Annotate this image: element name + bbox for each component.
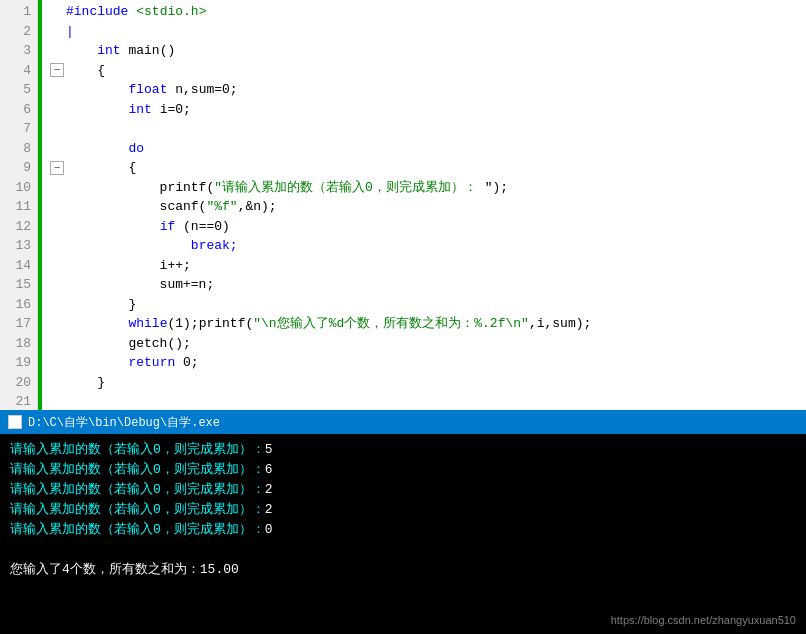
code-line-9: − { <box>50 158 798 178</box>
code-line-2: | <box>50 22 798 42</box>
line-numbers: 1 2 3 4 5 6 7 8 9 10 11 12 13 14 15 16 1… <box>0 0 38 410</box>
code-line-4: − { <box>50 61 798 81</box>
code-line-6: int i=0; <box>50 100 798 120</box>
code-line-14: i++; <box>50 256 798 276</box>
editor: 1 2 3 4 5 6 7 8 9 10 11 12 13 14 15 16 1… <box>0 0 806 410</box>
code-line-20: } <box>50 373 798 393</box>
watermark: https://blog.csdn.net/zhangyuxuan510 <box>611 610 796 630</box>
code-line-18: getch(); <box>50 334 798 354</box>
code-line-19: return 0; <box>50 353 798 373</box>
fold-marker-9[interactable]: − <box>50 161 64 175</box>
terminal-line-1: 请输入累加的数（若输入0，则完成累加）：5 <box>10 440 796 460</box>
fold-marker-4[interactable]: − <box>50 63 64 77</box>
terminal-line-3: 请输入累加的数（若输入0，则完成累加）：2 <box>10 480 796 500</box>
terminal-icon <box>8 415 22 429</box>
code-line-16: } <box>50 295 798 315</box>
code-line-15: sum+=n; <box>50 275 798 295</box>
terminal-line-result: 您输入了4个数，所有数之和为：15.00 <box>10 560 796 580</box>
code-line-1: #include <stdio.h> <box>50 2 798 22</box>
code-line-3: int main() <box>50 41 798 61</box>
code-line-11: scanf("%f",&n); <box>50 197 798 217</box>
code-line-21 <box>50 392 798 410</box>
terminal-title: D:\C\自学\bin\Debug\自学.exe <box>28 414 220 431</box>
terminal-line-2: 请输入累加的数（若输入0，则完成累加）：6 <box>10 460 796 480</box>
code-area[interactable]: #include <stdio.h> | int main() − { <box>42 0 806 410</box>
code-line-8: do <box>50 139 798 159</box>
terminal-body: 请输入累加的数（若输入0，则完成累加）：5 请输入累加的数（若输入0，则完成累加… <box>0 434 806 634</box>
terminal-header: D:\C\自学\bin\Debug\自学.exe <box>0 410 806 434</box>
code-line-5: float n,sum=0; <box>50 80 798 100</box>
terminal-line-4: 请输入累加的数（若输入0，则完成累加）：2 <box>10 500 796 520</box>
code-line-7 <box>50 119 798 139</box>
code-line-13: break; <box>50 236 798 256</box>
code-line-12: if (n==0) <box>50 217 798 237</box>
code-line-17: while(1);printf("\n您输入了%d个数，所有数之和为：%.2f\… <box>50 314 798 334</box>
code-line-10: printf("请输入累加的数（若输入0，则完成累加）： "); <box>50 178 798 198</box>
terminal-line-blank <box>10 540 796 560</box>
terminal-line-5: 请输入累加的数（若输入0，则完成累加）：0 <box>10 520 796 540</box>
